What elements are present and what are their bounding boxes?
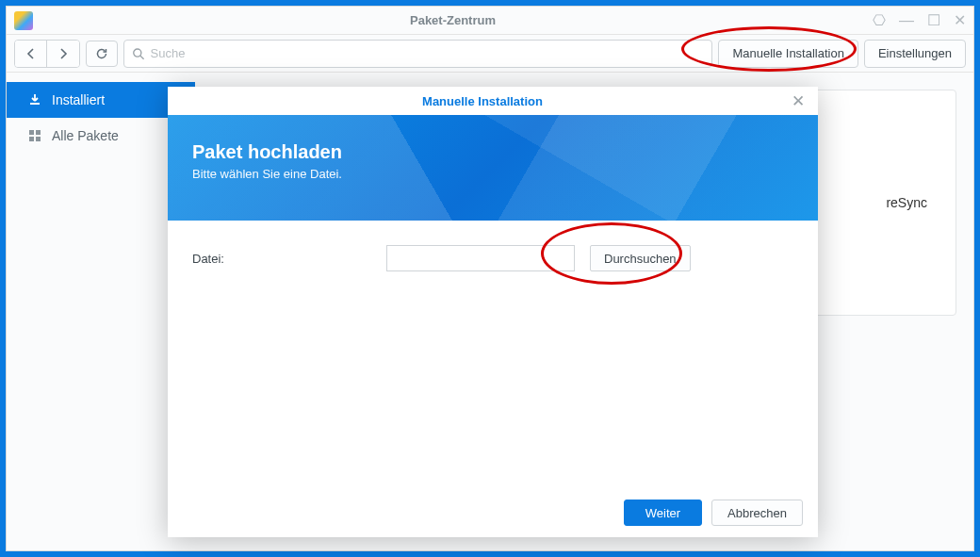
forward-button[interactable] bbox=[47, 41, 79, 67]
package-name-partial: reSync bbox=[886, 195, 927, 210]
chevron-right-icon bbox=[59, 48, 68, 59]
pin-icon[interactable]: ⎔ bbox=[873, 12, 886, 29]
titlebar: Paket-Zentrum ⎔ — ☐ ✕ bbox=[7, 7, 973, 35]
svg-rect-4 bbox=[36, 137, 41, 141]
download-icon bbox=[27, 92, 42, 107]
cancel-button[interactable]: Abbrechen bbox=[711, 500, 803, 526]
toolbar: Manuelle Installation Einstellungen bbox=[7, 35, 973, 73]
svg-rect-1 bbox=[29, 130, 34, 135]
search-input[interactable] bbox=[151, 46, 705, 60]
next-button[interactable]: Weiter bbox=[624, 500, 702, 526]
search-icon bbox=[132, 47, 145, 60]
manual-install-button[interactable]: Manuelle Installation bbox=[718, 40, 858, 68]
dialog-header: Manuelle Installation ✕ bbox=[168, 87, 818, 115]
window-controls: ⎔ — ☐ ✕ bbox=[873, 12, 966, 29]
close-icon: ✕ bbox=[792, 92, 805, 110]
settings-button[interactable]: Einstellungen bbox=[864, 40, 966, 68]
sidebar-item-installed[interactable]: Installiert bbox=[7, 82, 195, 118]
sidebar-item-label: Alle Pakete bbox=[52, 128, 119, 143]
banner-subtitle: Bitte wählen Sie eine Datei. bbox=[192, 167, 793, 181]
svg-point-0 bbox=[134, 48, 141, 56]
dialog-body: Datei: Durchsuchen bbox=[168, 221, 818, 496]
file-label: Datei: bbox=[192, 252, 371, 266]
dialog-title: Manuelle Installation bbox=[177, 94, 788, 108]
close-icon[interactable]: ✕ bbox=[954, 12, 966, 29]
banner-heading: Paket hochladen bbox=[192, 141, 793, 163]
browse-button[interactable]: Durchsuchen bbox=[590, 245, 691, 271]
file-row: Datei: Durchsuchen bbox=[192, 245, 793, 271]
back-button[interactable] bbox=[15, 41, 47, 67]
manual-install-dialog: Manuelle Installation ✕ Paket hochladen … bbox=[168, 87, 818, 537]
svg-rect-3 bbox=[29, 137, 34, 141]
nav-group bbox=[14, 40, 80, 68]
dialog-close-button[interactable]: ✕ bbox=[788, 91, 808, 111]
dialog-footer: Weiter Abbrechen bbox=[168, 496, 818, 537]
search-field[interactable] bbox=[123, 40, 712, 68]
dialog-banner: Paket hochladen Bitte wählen Sie eine Da… bbox=[168, 115, 818, 221]
chevron-left-icon bbox=[26, 48, 35, 59]
refresh-icon bbox=[95, 47, 108, 60]
grid-icon bbox=[27, 128, 42, 143]
svg-rect-2 bbox=[36, 130, 41, 135]
refresh-button[interactable] bbox=[86, 41, 118, 67]
window-title: Paket-Zentrum bbox=[33, 13, 873, 27]
maximize-icon[interactable]: ☐ bbox=[927, 12, 940, 29]
app-icon bbox=[14, 11, 33, 30]
sidebar: Installiert Alle Pakete bbox=[7, 73, 195, 550]
minimize-icon[interactable]: — bbox=[899, 12, 914, 29]
file-path-input[interactable] bbox=[386, 245, 575, 271]
sidebar-item-label: Installiert bbox=[52, 92, 105, 107]
